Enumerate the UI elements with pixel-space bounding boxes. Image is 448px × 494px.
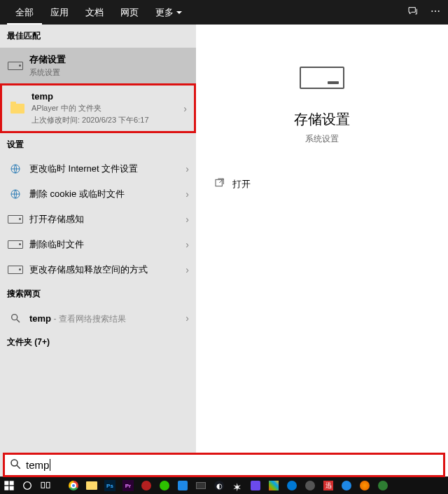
search-input[interactable]: temp bbox=[3, 453, 445, 477]
taskbar: Ps Pr ◐ ✶ 迅 bbox=[0, 477, 448, 494]
svg-point-14 bbox=[24, 482, 31, 490]
result-temp-folder[interactable]: temp APlayer 中的 文件夹 上次修改时间: 2020/6/23 下午… bbox=[0, 83, 196, 133]
taskbar-pr-icon[interactable]: Pr bbox=[122, 479, 134, 492]
search-value: temp bbox=[26, 459, 50, 471]
taskbar-app-icon[interactable] bbox=[340, 479, 353, 492]
search-query: temp bbox=[29, 313, 51, 324]
taskbar-app-icon[interactable] bbox=[304, 479, 316, 492]
taskbar-steam-icon[interactable]: ◐ bbox=[213, 479, 225, 492]
open-label: 打开 bbox=[232, 178, 251, 191]
chevron-right-icon: › bbox=[186, 214, 189, 225]
tab-docs[interactable]: 文档 bbox=[77, 0, 112, 25]
svg-rect-12 bbox=[4, 486, 8, 490]
settings-label: 打开存储感知 bbox=[29, 213, 186, 226]
preview-title: 存储设置 bbox=[210, 110, 434, 129]
results-container: 最佳匹配 存储设置 系统设置 temp APlayer 中的 文件夹 上次修改时… bbox=[0, 25, 448, 476]
taskbar-app-icon[interactable] bbox=[286, 479, 298, 492]
search-icon bbox=[9, 458, 22, 473]
filter-tabs: 全部 应用 文档 网页 更多 bbox=[0, 0, 448, 25]
results-list: 最佳匹配 存储设置 系统设置 temp APlayer 中的 文件夹 上次修改时… bbox=[0, 25, 196, 476]
feedback-icon[interactable] bbox=[407, 6, 419, 19]
settings-item-0[interactable]: 更改临时 Internet 文件设置 › bbox=[0, 156, 196, 181]
taskbar-app-icon[interactable] bbox=[140, 479, 153, 492]
taskbar-app-icon[interactable]: 迅 bbox=[322, 479, 335, 492]
search-web-item[interactable]: temp - 查看网络搜索结果 › bbox=[0, 306, 196, 331]
taskbar-ps-icon[interactable]: Ps bbox=[104, 479, 116, 492]
settings-label: 更改存储感知释放空间的方式 bbox=[29, 263, 186, 276]
cortana-icon[interactable] bbox=[21, 479, 34, 492]
tab-apps[interactable]: 应用 bbox=[42, 0, 77, 25]
settings-label: 删除 cookie 或临时文件 bbox=[29, 188, 186, 200]
taskbar-app-icon[interactable] bbox=[377, 479, 389, 492]
tab-more[interactable]: 更多 bbox=[147, 0, 190, 25]
section-search-web: 搜索网页 bbox=[0, 282, 196, 306]
taskbar-explorer-icon[interactable] bbox=[85, 479, 98, 492]
chevron-right-icon: › bbox=[186, 239, 189, 250]
taskbar-app-icon[interactable] bbox=[176, 479, 189, 492]
settings-label: 更改临时 Internet 文件设置 bbox=[29, 163, 186, 175]
settings-item-1[interactable]: 删除 cookie 或临时文件 › bbox=[0, 181, 196, 207]
result-subtitle: APlayer 中的 文件夹 bbox=[31, 103, 183, 114]
tab-all[interactable]: 全部 bbox=[7, 0, 42, 25]
section-folders: 文件夹 (7+) bbox=[0, 331, 196, 354]
taskbar-app-icon[interactable] bbox=[267, 479, 280, 492]
task-view-icon[interactable] bbox=[39, 479, 52, 492]
section-best-match: 最佳匹配 bbox=[0, 25, 196, 48]
svg-line-6 bbox=[17, 320, 20, 322]
result-subtitle: 系统设置 bbox=[29, 67, 189, 78]
preview-pane: 存储设置 系统设置 打开 bbox=[196, 25, 448, 476]
tab-web[interactable]: 网页 bbox=[112, 0, 147, 25]
search-icon bbox=[7, 311, 24, 325]
section-settings: 设置 bbox=[0, 133, 196, 156]
chevron-right-icon: › bbox=[186, 163, 189, 174]
taskbar-app-icon[interactable]: ✶ bbox=[231, 479, 244, 492]
drive-icon bbox=[7, 263, 24, 277]
svg-point-2 bbox=[438, 11, 440, 12]
svg-point-8 bbox=[11, 460, 18, 466]
start-button[interactable] bbox=[3, 479, 15, 492]
settings-item-2[interactable]: 打开存储感知 › bbox=[0, 207, 196, 232]
svg-point-5 bbox=[12, 315, 18, 320]
search-suffix: - 查看网络搜索结果 bbox=[51, 314, 126, 324]
chevron-right-icon: › bbox=[186, 313, 189, 324]
chevron-right-icon: › bbox=[186, 264, 189, 275]
result-storage-settings[interactable]: 存储设置 系统设置 bbox=[0, 48, 196, 83]
settings-item-3[interactable]: 删除临时文件 › bbox=[0, 232, 196, 257]
svg-point-0 bbox=[431, 11, 433, 12]
globe-icon bbox=[7, 162, 24, 176]
taskbar-wechat-icon[interactable] bbox=[158, 479, 171, 492]
svg-rect-10 bbox=[4, 481, 8, 485]
preview-subtitle: 系统设置 bbox=[210, 133, 434, 145]
settings-item-4[interactable]: 更改存储感知释放空间的方式 › bbox=[0, 257, 196, 282]
taskbar-app-icon[interactable] bbox=[195, 479, 207, 492]
svg-rect-13 bbox=[10, 486, 14, 490]
result-modified: 上次修改时间: 2020/6/23 下午6:17 bbox=[31, 115, 183, 125]
svg-rect-11 bbox=[10, 481, 14, 485]
globe-icon bbox=[7, 187, 24, 201]
svg-line-9 bbox=[17, 465, 20, 469]
result-title: 存储设置 bbox=[29, 53, 189, 66]
drive-icon bbox=[7, 212, 24, 226]
open-icon bbox=[214, 177, 225, 191]
folder-icon bbox=[9, 102, 26, 116]
chevron-right-icon: › bbox=[186, 188, 189, 200]
drive-icon bbox=[7, 59, 24, 73]
settings-label: 删除临时文件 bbox=[29, 238, 186, 251]
result-title: temp bbox=[31, 91, 183, 102]
taskbar-app-icon[interactable] bbox=[249, 479, 262, 492]
chevron-right-icon: › bbox=[183, 103, 187, 114]
open-action[interactable]: 打开 bbox=[210, 173, 434, 195]
taskbar-firefox-icon[interactable] bbox=[358, 479, 371, 492]
svg-point-1 bbox=[435, 11, 436, 12]
more-icon[interactable] bbox=[430, 6, 441, 19]
drive-icon-large bbox=[300, 67, 344, 89]
svg-rect-16 bbox=[46, 482, 50, 488]
svg-rect-15 bbox=[41, 482, 45, 488]
taskbar-chrome-icon[interactable] bbox=[67, 479, 80, 492]
drive-icon bbox=[7, 238, 24, 252]
